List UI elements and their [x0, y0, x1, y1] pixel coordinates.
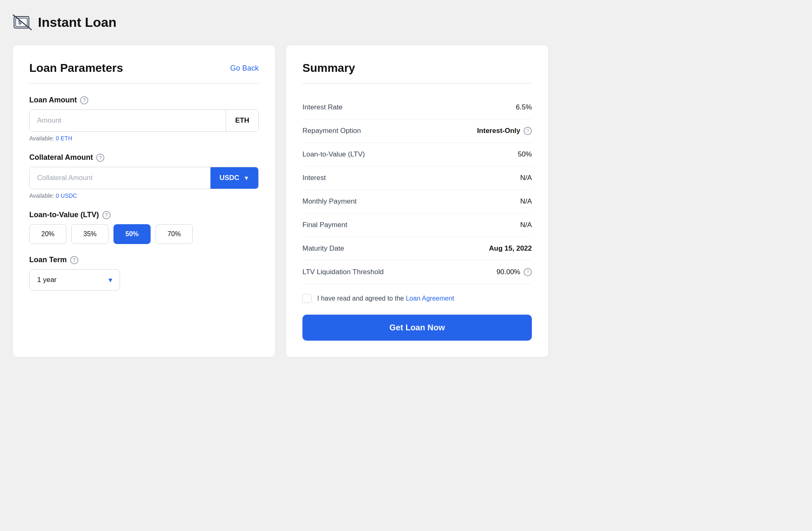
interest-label: Interest: [302, 174, 326, 182]
maturity-date-label: Maturity Date: [302, 244, 344, 253]
summary-ltv-value: 50%: [518, 150, 532, 159]
interest-rate-row: Interest Rate 6.5%: [302, 96, 532, 119]
loan-available-amount: 0 ETH: [56, 135, 72, 142]
loan-icon: $: [12, 12, 32, 32]
monthly-payment-row: Monthly Payment N/A: [302, 190, 532, 213]
collateral-amount-group: Collateral Amount ? USDC ▼ Available: 0 …: [29, 153, 259, 199]
page-header: $ Instant Loan: [12, 12, 800, 32]
collateral-currency-badge[interactable]: USDC ▼: [210, 167, 258, 189]
summary-card: Summary Interest Rate 6.5% Repayment Opt…: [286, 45, 549, 358]
collateral-amount-input[interactable]: [30, 167, 210, 189]
loan-parameters-card: Loan Parameters Go Back Loan Amount ? ET…: [12, 45, 276, 358]
agreement-text: I have read and agreed to the Loan Agree…: [317, 295, 454, 302]
ltv-liquidation-label: LTV Liquidation Threshold: [302, 268, 384, 276]
main-layout: Loan Parameters Go Back Loan Amount ? ET…: [12, 45, 549, 358]
monthly-payment-label: Monthly Payment: [302, 197, 356, 206]
interest-rate-label: Interest Rate: [302, 103, 342, 111]
ltv-buttons: 20% 35% 50% 70%: [29, 224, 259, 244]
loan-parameters-title: Loan Parameters: [29, 62, 123, 75]
interest-value: N/A: [520, 174, 532, 182]
card-header: Loan Parameters Go Back: [29, 62, 259, 75]
loan-term-label: Loan Term ?: [29, 256, 259, 264]
collateral-amount-input-row: USDC ▼: [29, 167, 259, 189]
summary-title: Summary: [302, 62, 532, 75]
final-payment-row: Final Payment N/A: [302, 213, 532, 237]
loan-currency-badge: ETH: [226, 110, 258, 131]
maturity-date-row: Maturity Date Aug 15, 2022: [302, 237, 532, 261]
loan-agreement-link[interactable]: Loan Agreement: [406, 295, 454, 302]
collateral-amount-help-icon[interactable]: ?: [96, 154, 104, 162]
repayment-help-icon[interactable]: ?: [524, 127, 532, 135]
agreement-row: I have read and agreed to the Loan Agree…: [302, 294, 532, 303]
ltv-50-button[interactable]: 50%: [113, 224, 151, 244]
ltv-help-icon[interactable]: ?: [102, 211, 111, 219]
summary-ltv-label: Loan-to-Value (LTV): [302, 150, 365, 159]
loan-amount-input[interactable]: [30, 110, 226, 131]
loan-amount-group: Loan Amount ? ETH Available: 0 ETH: [29, 96, 259, 142]
loan-amount-input-row: ETH: [29, 109, 259, 132]
repayment-option-row: Repayment Option Interest-Only ?: [302, 119, 532, 143]
ltv-35-button[interactable]: 35%: [71, 224, 109, 244]
summary-ltv-row: Loan-to-Value (LTV) 50%: [302, 143, 532, 166]
loan-term-group: Loan Term ? 1 year ▾: [29, 256, 259, 291]
interest-row: Interest N/A: [302, 166, 532, 190]
page-title: Instant Loan: [38, 15, 116, 30]
ltv-70-button[interactable]: 70%: [156, 224, 193, 244]
term-chevron-icon: ▾: [109, 275, 112, 284]
collateral-available-text: Available: 0 USDC: [29, 192, 259, 199]
ltv-label: Loan-to-Value (LTV) ?: [29, 211, 259, 219]
loan-available-text: Available: 0 ETH: [29, 135, 259, 142]
summary-divider: [302, 83, 532, 83]
interest-rate-value: 6.5%: [516, 103, 532, 111]
final-payment-label: Final Payment: [302, 221, 347, 229]
maturity-date-value: Aug 15, 2022: [489, 244, 532, 253]
ltv-20-button[interactable]: 20%: [29, 224, 66, 244]
agreement-checkbox[interactable]: [302, 294, 312, 303]
collateral-available-amount: 0 USDC: [56, 192, 77, 199]
repayment-option-label: Repayment Option: [302, 127, 361, 135]
loan-term-help-icon[interactable]: ?: [70, 256, 78, 264]
go-back-link[interactable]: Go Back: [230, 64, 259, 73]
loan-amount-label: Loan Amount ?: [29, 96, 259, 104]
ltv-liquidation-row: LTV Liquidation Threshold 90.00% ?: [302, 261, 532, 284]
ltv-liquidation-value-group: 90.00% ?: [496, 268, 532, 276]
header-divider: [29, 83, 259, 83]
repayment-option-value: Interest-Only: [477, 127, 520, 135]
monthly-payment-value: N/A: [520, 197, 532, 206]
collateral-amount-label: Collateral Amount ?: [29, 153, 259, 162]
ltv-group: Loan-to-Value (LTV) ? 20% 35% 50% 70%: [29, 211, 259, 244]
ltv-liquidation-value: 90.00%: [496, 268, 520, 276]
loan-amount-help-icon[interactable]: ?: [80, 96, 88, 104]
final-payment-value: N/A: [520, 221, 532, 229]
get-loan-button[interactable]: Get Loan Now: [302, 315, 532, 341]
collateral-currency-chevron-icon: ▼: [243, 175, 249, 181]
loan-term-select[interactable]: 1 year ▾: [29, 269, 120, 291]
repayment-option-value-group: Interest-Only ?: [477, 127, 532, 135]
ltv-liquidation-help-icon[interactable]: ?: [524, 268, 532, 276]
